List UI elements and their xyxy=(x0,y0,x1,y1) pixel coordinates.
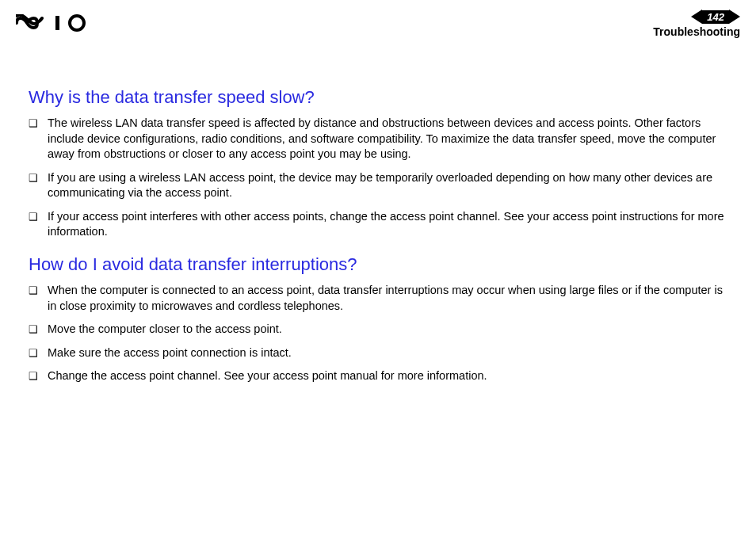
bullet-icon: ❑ xyxy=(29,209,48,224)
svg-point-1 xyxy=(70,16,84,30)
bullet-text: If you are using a wireless LAN access p… xyxy=(48,170,727,201)
bullet-icon: ❑ xyxy=(29,116,48,131)
svg-rect-0 xyxy=(55,16,59,30)
bullet-text: If your access point interferes with oth… xyxy=(48,209,727,240)
bullet-text: Change the access point channel. See you… xyxy=(48,368,727,384)
content: Why is the data transfer speed slow? ❑ T… xyxy=(0,49,756,384)
list-item: ❑ When the computer is connected to an a… xyxy=(29,283,727,314)
list-item: ❑ If your access point interferes with o… xyxy=(29,209,727,240)
list-2: ❑ When the computer is connected to an a… xyxy=(29,283,727,384)
list-item: ❑ Move the computer closer to the access… xyxy=(29,322,727,338)
page-header: 142 Troubleshooting xyxy=(0,0,756,49)
bullet-text: When the computer is connected to an acc… xyxy=(48,283,727,314)
page-nav: 142 xyxy=(653,10,740,24)
bullet-icon: ❑ xyxy=(29,170,48,185)
section-title: Troubleshooting xyxy=(653,25,740,38)
nav-prev-icon[interactable] xyxy=(691,10,702,24)
list-item: ❑ Make sure the access point connection … xyxy=(29,345,727,361)
page: 142 Troubleshooting Why is the data tran… xyxy=(0,0,756,534)
bullet-text: Move the computer closer to the access p… xyxy=(48,322,727,338)
nav-next-icon[interactable] xyxy=(729,10,740,24)
list-1: ❑ The wireless LAN data transfer speed i… xyxy=(29,116,727,240)
bullet-icon: ❑ xyxy=(29,283,48,298)
header-meta: 142 Troubleshooting xyxy=(653,10,740,38)
bullet-text: The wireless LAN data transfer speed is … xyxy=(48,116,727,162)
list-item: ❑ If you are using a wireless LAN access… xyxy=(29,170,727,201)
vaio-logo-svg xyxy=(16,14,89,32)
bullet-icon: ❑ xyxy=(29,368,48,383)
bullet-icon: ❑ xyxy=(29,345,48,360)
heading-1: Why is the data transfer speed slow? xyxy=(29,87,727,108)
list-item: ❑ The wireless LAN data transfer speed i… xyxy=(29,116,727,162)
bullet-text: Make sure the access point connection is… xyxy=(48,345,727,361)
page-number: 142 xyxy=(702,10,729,24)
heading-2: How do I avoid data transfer interruptio… xyxy=(29,254,727,275)
list-item: ❑ Change the access point channel. See y… xyxy=(29,368,727,384)
vaio-logo xyxy=(16,14,89,35)
bullet-icon: ❑ xyxy=(29,322,48,337)
